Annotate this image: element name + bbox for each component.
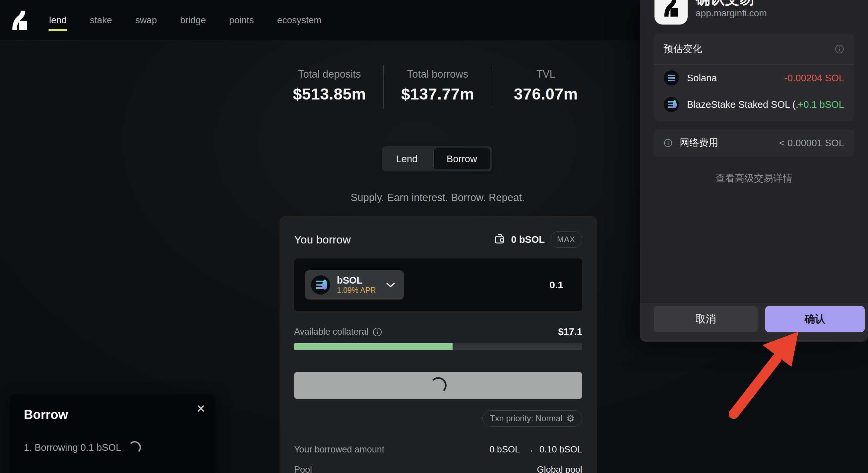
network-fee-card: 网络费用 < 0.00001 SOL xyxy=(654,129,854,156)
stat-value: 376.07m xyxy=(492,85,600,103)
marginfi-glyph-icon xyxy=(662,0,680,17)
token-apr: 1.09% APR xyxy=(337,287,376,294)
available-collateral-row: Available collateral $17.1 xyxy=(294,326,582,337)
marginfi-logo-icon[interactable] xyxy=(10,9,29,31)
amount-value[interactable]: 0.1 xyxy=(549,279,563,291)
app-root: lend stake swap bridge points ecosystem … xyxy=(0,0,868,473)
txn-priority-button[interactable]: Txn priority: Normal ⚙ xyxy=(483,410,582,426)
borrowed-amount-values: 0 bSOL → 0.10 bSOL xyxy=(489,444,582,455)
token-info: bSOL 1.09% APR xyxy=(337,276,376,294)
token-delta-negative: -0.00204 SOL xyxy=(784,72,844,84)
pool-value: Global pool xyxy=(537,465,582,473)
loading-spinner-icon xyxy=(430,377,446,394)
popup-header: 确认交易 app.marginfi.com xyxy=(640,0,868,31)
max-button[interactable]: MAX xyxy=(550,231,582,248)
borrow-submit-button-loading[interactable] xyxy=(294,372,582,399)
network-fee-label: 网络费用 xyxy=(680,136,718,150)
borrow-card-header: You borrow 0 bSOL MAX xyxy=(294,231,582,248)
toast-spinner-icon xyxy=(128,441,141,454)
chevron-down-icon xyxy=(386,282,395,288)
solana-token-icon xyxy=(664,70,679,86)
popup-title: 确认交易 xyxy=(695,0,861,6)
tagline: Supply. Earn interest. Borrow. Repeat. xyxy=(351,192,525,204)
confirm-button[interactable]: 确认 xyxy=(765,306,865,332)
stat-tvl: TVL 376.07m xyxy=(492,65,600,109)
wallet-balance: 0 bSOL xyxy=(511,234,545,245)
bsol-token-icon xyxy=(311,275,330,295)
toast-status-line: 1. Borrowing 0.1 bSOL xyxy=(24,441,201,454)
stat-total-deposits: Total deposits $513.85m xyxy=(276,65,383,109)
close-icon[interactable]: ✕ xyxy=(196,403,206,414)
collateral-progress-track xyxy=(294,343,582,350)
toast-status-text: 1. Borrowing 0.1 bSOL xyxy=(24,442,121,453)
borrowed-amount-label: Your borrowed amount xyxy=(294,444,384,455)
info-icon[interactable] xyxy=(835,45,844,54)
stat-label: TVL xyxy=(492,68,600,80)
available-collateral-value: $17.1 xyxy=(558,326,582,337)
nav-item-stake[interactable]: stake xyxy=(89,13,113,28)
protocol-stats: Total deposits $513.85m Total borrows $1… xyxy=(276,65,600,109)
estimated-changes-header: 预估变化 xyxy=(654,34,854,65)
pool-label: Pool xyxy=(294,465,312,473)
txn-priority-label: Txn priority: Normal xyxy=(490,414,562,423)
network-fee-value: < 0.00001 SOL xyxy=(779,138,844,149)
popup-title-group: 确认交易 app.marginfi.com xyxy=(695,0,861,19)
borrow-toast: Borrow ✕ 1. Borrowing 0.1 bSOL xyxy=(9,394,216,473)
stat-label: Total deposits xyxy=(276,68,383,80)
token-delta-positive: +0.1 bSOL xyxy=(798,99,844,110)
toast-title: Borrow xyxy=(24,408,201,422)
token-selector[interactable]: bSOL 1.09% APR xyxy=(305,270,404,299)
token-symbol: bSOL xyxy=(337,276,376,285)
pool-row: Pool Global pool xyxy=(294,465,582,473)
token-name: Solana xyxy=(687,72,717,84)
bsol-token-icon xyxy=(664,97,679,112)
popup-footer: 取消 确认 xyxy=(640,302,868,342)
borrowed-to: 0.10 bSOL xyxy=(539,444,582,455)
change-row-bsol: BlazeStake Staked SOL (... +0.1 bSOL xyxy=(654,91,854,121)
stat-value: $513.85m xyxy=(276,85,383,103)
advanced-details-link[interactable]: 查看高级交易详情 xyxy=(640,172,868,185)
stat-total-borrows: Total borrows $137.77m xyxy=(383,65,491,109)
nav-item-points[interactable]: points xyxy=(228,13,255,28)
available-collateral-text: Available collateral xyxy=(294,327,369,337)
arrow-right-icon: → xyxy=(525,444,534,455)
borrowed-amount-row: Your borrowed amount 0 bSOL → 0.10 bSOL xyxy=(294,444,582,455)
card-title: You borrow xyxy=(294,233,351,246)
info-icon[interactable] xyxy=(664,139,672,147)
lend-borrow-toggle: Lend Borrow xyxy=(382,146,492,172)
toggle-borrow-selected[interactable]: Borrow xyxy=(433,148,490,170)
token-name: BlazeStake Staked SOL (... xyxy=(687,99,798,110)
nav-item-ecosystem[interactable]: ecosystem xyxy=(277,13,322,28)
borrowed-from: 0 bSOL xyxy=(489,444,520,455)
popup-origin-url: app.marginfi.com xyxy=(695,8,861,19)
borrow-card: You borrow 0 bSOL MAX bSOL 1.09% xyxy=(279,216,597,473)
estimated-changes-card: 预估变化 Solana -0.00204 SOL Bla xyxy=(654,34,854,121)
wallet-confirm-popup: 确认交易 app.marginfi.com 预估变化 Solana -0.002… xyxy=(640,0,868,342)
txn-priority-row: Txn priority: Normal ⚙ xyxy=(294,410,582,426)
amount-input-box[interactable]: bSOL 1.09% APR 0.1 xyxy=(294,258,582,311)
collateral-progress-fill xyxy=(294,343,453,350)
marginfi-app-icon xyxy=(654,0,688,25)
stat-label: Total borrows xyxy=(383,68,491,80)
change-row-solana: Solana -0.00204 SOL xyxy=(654,65,854,91)
wallet-icon xyxy=(494,234,506,245)
nav-item-bridge[interactable]: bridge xyxy=(179,13,207,28)
gear-icon: ⚙ xyxy=(566,414,575,423)
stat-value: $137.77m xyxy=(383,85,491,103)
nav-item-swap[interactable]: swap xyxy=(134,13,157,28)
estimated-changes-title: 预估变化 xyxy=(664,42,702,56)
wallet-balance-group: 0 bSOL MAX xyxy=(494,231,582,248)
nav-item-lend[interactable]: lend xyxy=(49,13,67,28)
cancel-button[interactable]: 取消 xyxy=(654,306,757,332)
info-icon[interactable] xyxy=(373,327,382,337)
nav-items: lend stake swap bridge points ecosystem xyxy=(49,13,322,28)
toggle-lend[interactable]: Lend xyxy=(382,146,432,172)
available-collateral-label: Available collateral xyxy=(294,327,382,337)
